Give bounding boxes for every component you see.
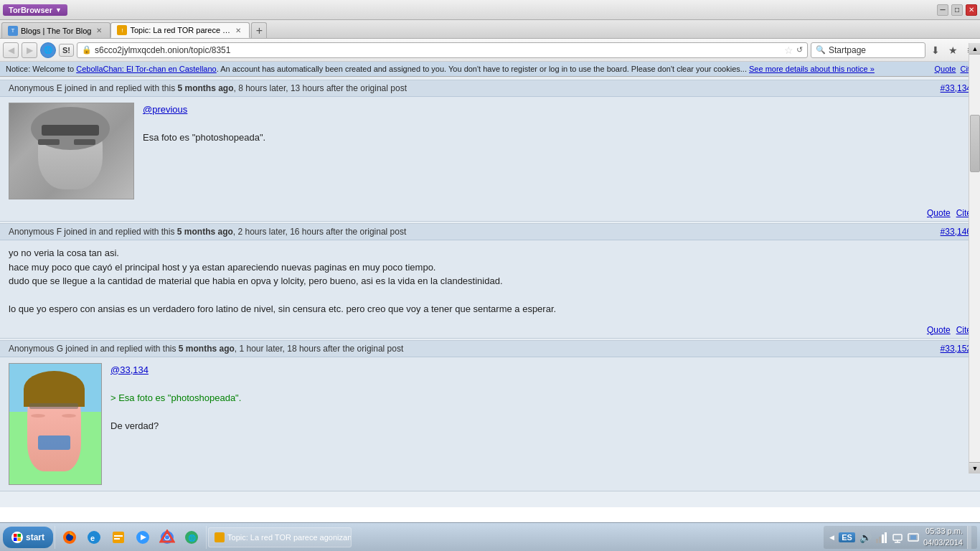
back-button[interactable]: ◀ xyxy=(3,42,19,58)
post-e: Anonymous E joined in and replied with t… xyxy=(0,80,980,222)
scrollbar-down[interactable]: ▼ xyxy=(969,462,980,474)
post-f-time-bold: 5 months ago xyxy=(177,227,233,237)
minimize-button[interactable]: ─ xyxy=(937,4,948,16)
post-f-body-line-3: dudo que se llegue a la cantidad de mate… xyxy=(9,276,503,286)
post-e-image xyxy=(9,103,134,199)
post-e-time-bold: 5 months ago xyxy=(177,83,233,93)
notice-suffix: . An account has automatically been crea… xyxy=(217,65,749,73)
maximize-button[interactable]: □ xyxy=(951,4,963,16)
post-f-body-line-1: yo no veria la cosa tan asi. xyxy=(9,248,119,258)
post-f-header-label: Anonymous F joined in and replied with t… xyxy=(9,227,177,237)
post-f-time-rest: , 2 hours later, 16 hours after the orig… xyxy=(233,227,406,237)
post-g-reply-ref[interactable]: @33,134 xyxy=(110,364,149,375)
post-f-text: yo no veria la cosa tan asi. hace muy po… xyxy=(9,246,971,316)
post-g-header-text: Anonymous G joined in and replied with t… xyxy=(9,344,403,354)
post-f-footer: Quote Cite xyxy=(0,322,980,338)
post-e-header-text: Anonymous E joined in and replied with t… xyxy=(9,83,407,93)
torbrowser-label: TorBrowser xyxy=(9,6,52,14)
post-e-header: Anonymous E joined in and replied with t… xyxy=(0,80,980,97)
tab-favicon-2: ! xyxy=(117,25,127,35)
post-e-id[interactable]: #33,134 xyxy=(941,83,971,93)
notice-quote-button[interactable]: Quote xyxy=(934,65,956,73)
scrollbar[interactable]: ▲ ▼ xyxy=(969,43,980,474)
tab-close-2[interactable]: ✕ xyxy=(233,25,243,35)
post-f-body-line-2: hace muy poco que cayó el principal host… xyxy=(9,262,435,273)
post-e-image-placeholder xyxy=(9,103,134,199)
bookmark-star-icon: ☆ xyxy=(784,44,793,56)
scrollbar-thumb[interactable] xyxy=(970,115,980,172)
notice-link[interactable]: CebollaChan: El Tor-chan en Castellano xyxy=(76,65,216,73)
post-e-body: @previous Esa foto es "photoshopeada". xyxy=(0,97,980,205)
close-button[interactable]: ✕ xyxy=(966,4,977,16)
post-g-quoted-text: > Esa foto es "photoshopeada". xyxy=(110,392,241,403)
bookmark-button[interactable]: ★ xyxy=(946,43,960,57)
post-f-id[interactable]: #33,146 xyxy=(941,227,971,237)
notice-prefix: Notice: Welcome to xyxy=(6,65,76,73)
forward-button[interactable]: ▶ xyxy=(22,42,37,58)
post-g-header-label: Anonymous G joined in and replied with t… xyxy=(9,344,179,354)
post-e-quote-button[interactable]: Quote xyxy=(927,208,951,218)
post-g-body-line-1: De verdad? xyxy=(110,420,159,431)
post-g-text: @33,134 > Esa foto es "photoshopeada". D… xyxy=(110,363,971,433)
post-g-time-bold: 5 months ago xyxy=(179,344,235,354)
tab-favicon-icon: T xyxy=(11,27,15,34)
refresh-button[interactable]: ↺ xyxy=(796,45,803,55)
post-f-body: yo no veria la cosa tan asi. hace muy po… xyxy=(0,240,980,322)
torbrowser-menu-button[interactable]: TorBrowser xyxy=(3,4,67,16)
scrollbar-up[interactable]: ▲ xyxy=(969,43,980,55)
home-globe-button[interactable]: 🌐 xyxy=(40,42,56,58)
search-engine-icon: 🔍 xyxy=(816,45,826,55)
address-bar[interactable]: 🔒 s6cco2jylmxqcdeh.onion/topic/8351 ☆ ↺ xyxy=(77,42,808,58)
content-area: Anonymous E joined in and replied with t… xyxy=(0,77,980,507)
post-f-header-text: Anonymous F joined in and replied with t… xyxy=(9,227,406,237)
title-bar: TorBrowser ─ □ ✕ xyxy=(0,0,980,20)
post-g: Anonymous G joined in and replied with t… xyxy=(0,340,980,491)
post-f: Anonymous F joined in and replied with t… xyxy=(0,223,980,339)
new-tab-button[interactable]: + xyxy=(251,22,267,38)
post-f-body-line-5: lo que yo espero con ansias es un verdad… xyxy=(9,303,556,314)
tab-blogs-tor[interactable]: T Blogs | The Tor Blog ✕ xyxy=(1,22,110,38)
search-bar[interactable]: 🔍 Startpage xyxy=(811,42,925,58)
si-button[interactable]: S! xyxy=(59,44,74,57)
post-g-id[interactable]: #33,152 xyxy=(941,344,971,354)
tab-topic-tor[interactable]: ! Topic: La red TOR parece agonizante ..… xyxy=(110,22,250,38)
downloads-button[interactable]: ⬇ xyxy=(928,43,943,57)
post-f-header: Anonymous F joined in and replied with t… xyxy=(0,224,980,240)
notice-more-link[interactable]: See more details about this notice » xyxy=(749,65,875,73)
post-g-image-placeholder xyxy=(9,363,102,485)
post-g-body: @33,134 > Esa foto es "photoshopeada". D… xyxy=(0,357,980,491)
notice-bar: Notice: Welcome to CebollaChan: El Tor-c… xyxy=(0,62,980,77)
post-g-image xyxy=(9,363,102,485)
post-e-text: @previous Esa foto es "photoshopeada". xyxy=(143,103,971,145)
post-f-quote-button[interactable]: Quote xyxy=(927,325,951,335)
tab-bar: T Blogs | The Tor Blog ✕ ! Topic: La red… xyxy=(0,20,980,39)
nav-bar: ◀ ▶ 🌐 S! 🔒 s6cco2jylmxqcdeh.onion/topic/… xyxy=(0,39,980,62)
tab-favicon-icon-2: ! xyxy=(121,27,123,34)
post-e-time-rest: , 8 hours later, 13 hours after the orig… xyxy=(234,83,407,93)
post-e-footer: Quote Cite xyxy=(0,205,980,221)
lock-icon: 🔒 xyxy=(82,45,92,55)
post-e-body-line-1: Esa foto es "photoshopeada". xyxy=(143,132,265,143)
post-g-time-rest: , 1 hour later, 18 hours after the origi… xyxy=(235,344,403,354)
tab-favicon-1: T xyxy=(8,26,18,36)
address-text: s6cco2jylmxqcdeh.onion/topic/8351 xyxy=(95,45,781,55)
tab-label-2: Topic: La red TOR parece agonizante ... xyxy=(130,26,230,34)
tab-close-1[interactable]: ✕ xyxy=(94,26,104,36)
notice-text: Notice: Welcome to CebollaChan: El Tor-c… xyxy=(6,65,875,73)
tab-label-1: Blogs | The Tor Blog xyxy=(21,27,91,35)
title-bar-left: TorBrowser xyxy=(3,4,67,16)
post-e-header-label: Anonymous E joined in and replied with t… xyxy=(9,83,177,93)
post-g-header: Anonymous G joined in and replied with t… xyxy=(0,341,980,357)
search-text: Startpage xyxy=(829,45,920,55)
post-e-reply-ref[interactable]: @previous xyxy=(143,104,187,115)
